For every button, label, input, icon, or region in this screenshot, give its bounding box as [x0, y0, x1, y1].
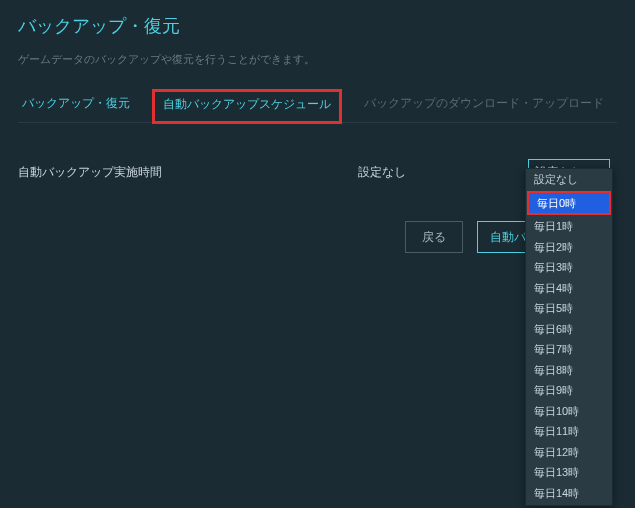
dropdown-item-0h[interactable]: 毎日0時 [527, 191, 611, 216]
dropdown-item-none[interactable]: 設定なし [526, 169, 612, 190]
dropdown-item[interactable]: 毎日5時 [526, 298, 612, 319]
dropdown-item[interactable]: 毎日6時 [526, 319, 612, 340]
label-setting-none: 設定なし [358, 164, 528, 181]
tab-backup-download-upload[interactable]: バックアップのダウンロード・アップロード [360, 89, 608, 122]
dropdown-item[interactable]: 毎日1時 [526, 216, 612, 237]
label-backup-time: 自動バックアップ実施時間 [18, 164, 358, 181]
dropdown-item[interactable]: 毎日15時 [526, 503, 612, 505]
dropdown-item[interactable]: 毎日3時 [526, 257, 612, 278]
dropdown-item[interactable]: 毎日4時 [526, 278, 612, 299]
dropdown-scroll[interactable]: 設定なし 毎日0時 毎日1時毎日2時毎日3時毎日4時毎日5時毎日6時毎日7時毎日… [526, 169, 612, 505]
page-title: バックアップ・復元 [18, 14, 617, 38]
dropdown-backup-time[interactable]: 設定なし 毎日0時 毎日1時毎日2時毎日3時毎日4時毎日5時毎日6時毎日7時毎日… [525, 168, 613, 506]
dropdown-item[interactable]: 毎日9時 [526, 380, 612, 401]
tab-backup-restore[interactable]: バックアップ・復元 [18, 89, 134, 122]
back-button[interactable]: 戻る [405, 221, 463, 253]
dropdown-item[interactable]: 毎日12時 [526, 442, 612, 463]
dropdown-item[interactable]: 毎日7時 [526, 339, 612, 360]
tab-auto-backup-schedule[interactable]: 自動バックアップスケジュール [152, 89, 342, 124]
dropdown-item[interactable]: 毎日14時 [526, 483, 612, 504]
dropdown-item[interactable]: 毎日13時 [526, 462, 612, 483]
dropdown-item[interactable]: 毎日8時 [526, 360, 612, 381]
dropdown-item[interactable]: 毎日2時 [526, 237, 612, 258]
dropdown-item[interactable]: 毎日11時 [526, 421, 612, 442]
page-description: ゲームデータのバックアップや復元を行うことができます。 [18, 52, 617, 67]
dropdown-item[interactable]: 毎日10時 [526, 401, 612, 422]
tab-bar: バックアップ・復元 自動バックアップスケジュール バックアップのダウンロード・ア… [18, 89, 617, 123]
